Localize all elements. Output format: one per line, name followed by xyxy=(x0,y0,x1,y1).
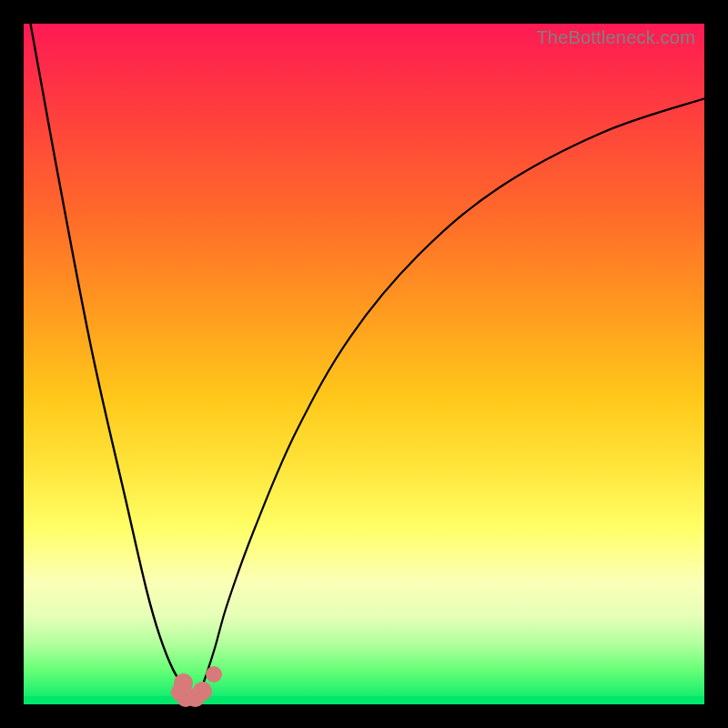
data-marker xyxy=(193,682,212,701)
chart-plot-area: TheBottleneck.com xyxy=(24,24,704,704)
curve-right xyxy=(194,98,704,704)
curve-left xyxy=(30,24,194,704)
chart-frame: TheBottleneck.com xyxy=(0,0,728,728)
baseline-strip xyxy=(24,696,704,704)
chart-curves xyxy=(24,24,704,704)
